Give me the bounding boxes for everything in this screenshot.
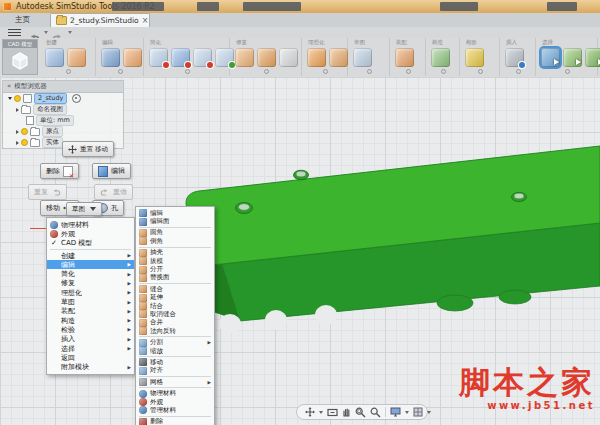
hole-button-label: 孔 [111,203,118,213]
grid-settings-icon[interactable] [413,407,423,417]
merge-icon [139,319,147,327]
tree-item-study[interactable]: 2_study [3,93,123,104]
expander-icon[interactable] [16,130,19,134]
display-settings-icon[interactable] [390,407,401,417]
edit-button-label: 编辑 [111,166,125,176]
tree-item-label: 单位: mm [36,115,74,126]
sketch-dropdown-button[interactable]: 草图 [66,202,102,216]
orbit-dropdown-icon[interactable] [319,411,323,414]
edit-submenu-item-edit-faces[interactable]: 编辑面 [136,217,214,225]
repeat-button-label: 重复 [34,187,48,197]
model-browser-panel: « 模型浏览器 2_study 命名视图 单位: mm 原点 [2,80,124,149]
extend-icon [139,294,147,302]
submenu-arrow-icon: ▶ [128,300,131,305]
edit-submenu-item-manage-materials[interactable]: 管理材料 [136,406,214,414]
edit-submenu-item-reverse-normal[interactable]: 法向反转 [136,327,214,335]
navigation-bar [296,404,428,420]
scale-icon [139,347,147,355]
context-menu-item[interactable]: 附加模块▶ [47,362,134,371]
repeat-button: 重复 [28,184,67,200]
context-menu-item[interactable]: 返回 [47,353,134,362]
look-at-icon[interactable] [327,408,338,417]
context-menu-item[interactable]: 构造▶ [47,316,134,325]
edit-icon [139,209,147,217]
tooltip-label: 重置 移动 [80,145,108,154]
submenu-arrow-icon: ▶ [128,365,131,370]
edit-submenu-item-replace-face[interactable]: 替换面 [136,274,214,282]
tree-item-label: 实体 [42,137,63,148]
repeat-arrow-icon [51,188,61,196]
edit-submenu-item-mesh[interactable]: 网格▶ [136,378,214,386]
expander-icon[interactable] [16,108,19,112]
context-menu-item[interactable]: 简化▶ [47,269,134,278]
submenu-arrow-icon: ▶ [208,380,211,385]
tree-item-units[interactable]: 单位: mm [3,115,123,126]
grid-dropdown-icon[interactable] [427,411,431,414]
menu-item-label: 删除 [150,417,211,425]
model-browser-header[interactable]: « 模型浏览器 [3,81,123,93]
context-menu-item[interactable]: 装配▶ [47,307,134,316]
activate-component-icon[interactable] [72,94,81,103]
delete-icon [139,418,147,425]
collapse-panel-icon[interactable]: « [7,82,11,91]
context-menu-item[interactable]: 草图▶ [47,297,134,306]
expander-open-icon[interactable] [8,97,12,100]
context-menu-item[interactable]: 创建▶ [47,251,134,260]
context-menu: 物理材料外观✓CAD 模型创建▶编辑▶简化▶修复▶理想化▶草图▶装配▶构造▶检验… [46,217,135,375]
physical-material-icon [139,390,147,398]
submenu-arrow-icon: ▶ [128,327,131,332]
visibility-bulb-icon[interactable] [21,128,28,135]
component-icon [23,94,32,103]
display-dropdown-icon[interactable] [405,411,409,414]
context-menu-item-physical-material[interactable]: 物理材料 [47,220,134,229]
align-icon [139,367,147,375]
visibility-bulb-icon[interactable] [21,139,28,146]
delete-button-label: 删除 [46,166,60,176]
tree-item-origin[interactable]: 原点 [3,126,123,137]
edit-submenu: 编辑编辑面圆角倒角抽壳拔模分开替换面缝合延伸结合取消缝合合并法向反转分割▶缩放移… [135,206,215,425]
orbit-icon[interactable] [305,407,315,417]
tree-item-label: 命名视图 [33,104,67,115]
pan-hand-icon[interactable] [342,407,351,417]
manage-materials-icon [139,406,147,414]
menu-item-label: 附加模块 [61,362,126,372]
edit-faces-icon [139,218,147,226]
redo-button-label: 重做 [113,187,127,197]
expander-icon[interactable] [16,141,19,145]
edit-button[interactable]: 编辑 [92,163,131,179]
submenu-arrow-icon: ▶ [128,318,131,323]
submenu-arrow-icon: ▶ [128,262,131,267]
context-menu-item[interactable]: 插入▶ [47,335,134,344]
edit-submenu-item-delete[interactable]: 删除 [136,418,214,425]
zoom-window-icon[interactable] [355,407,366,418]
context-menu-item[interactable]: 选择▶ [47,344,134,353]
fillet-icon [139,229,147,237]
zoom-icon[interactable] [370,407,381,418]
context-menu-item-appearance[interactable]: 外观 [47,229,134,238]
checkmark-icon: ✓ [50,239,58,247]
context-menu-item[interactable]: 检验▶ [47,325,134,334]
folder-icon [21,106,31,114]
move-icon [139,358,147,366]
model-hole [294,170,309,180]
menu-item-label: 对齐 [150,366,211,375]
context-menu-item[interactable]: 修复▶ [47,279,134,288]
edit-submenu-item-chamfer[interactable]: 倒角 [136,237,214,245]
menu-item-label: 替换面 [150,273,211,282]
context-menu-item-cad-model-check[interactable]: ✓CAD 模型 [47,239,134,248]
visibility-bulb-icon[interactable] [14,95,21,102]
edit-icon [98,166,108,177]
context-menu-item[interactable]: 编辑▶ [47,260,134,269]
edit-submenu-item-align[interactable]: 对齐 [136,367,214,375]
model-browser-title: 模型浏览器 [14,82,47,91]
delete-button[interactable]: 删除 [40,163,79,179]
menu-item-label: 倒角 [150,237,211,246]
watermark-title: 脚本之家 [459,364,595,400]
context-menu-item[interactable]: 理想化▶ [47,288,134,297]
edit-submenu-item-scale[interactable]: 缩放 [136,347,214,355]
model-hole [512,192,527,201]
menu-item-label: 缩放 [150,347,211,356]
model-body[interactable] [186,146,600,334]
tree-item-named-views[interactable]: 命名视图 [3,104,123,115]
split-icon [139,339,147,347]
